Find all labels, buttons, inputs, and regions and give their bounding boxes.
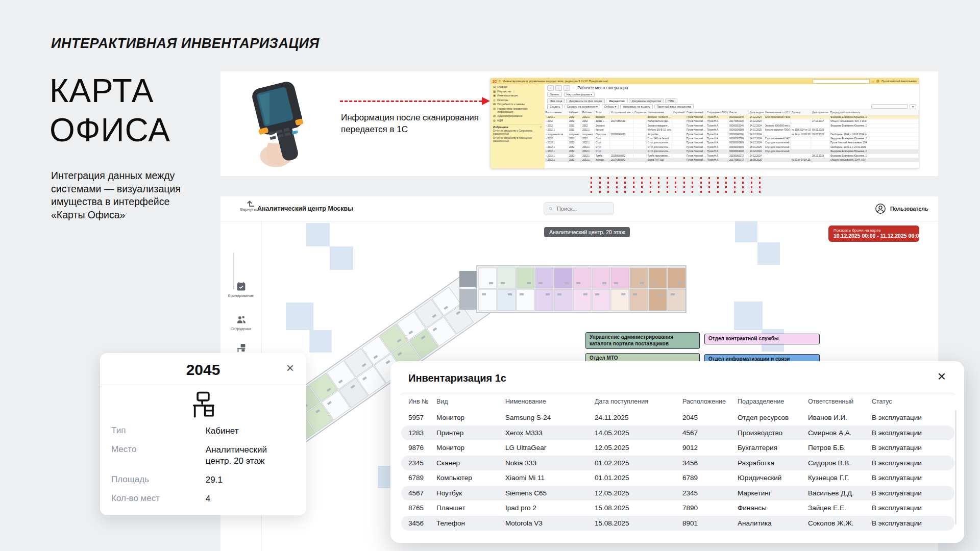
onec-sidebar-item[interactable]: ₩Потребности и заказы bbox=[493, 103, 545, 106]
inventory-table-row[interactable]: 8765ПланшетIpad pro 215.08.20257890Финан… bbox=[401, 500, 954, 516]
inventory-table-row[interactable]: 3456ТелефонMotorola V315.08.20258901Анал… bbox=[401, 516, 954, 531]
star-icon[interactable]: ☆ bbox=[572, 86, 575, 90]
inventory-column-header[interactable]: Инв № bbox=[408, 398, 436, 405]
onec-table-row[interactable]: ≡203220322032ЗеркалоЗеркало квадратн...П… bbox=[545, 124, 919, 128]
onec-table-row[interactable]: ≡2032.120322032.1БрифингБрифинг 70х60х75… bbox=[545, 115, 919, 119]
home-icon[interactable]: ⌂ bbox=[547, 85, 554, 91]
onec-table-cell: Стол приставной Размер 70... bbox=[764, 115, 791, 119]
inventory-table-row[interactable]: 2345СканерNokia 33301.02.20253456Разрабо… bbox=[401, 456, 954, 471]
row-marker-icon: ≡ bbox=[546, 116, 547, 118]
onec-menu-icon[interactable]: ≡ bbox=[499, 80, 501, 83]
onec-column-header[interactable]: Серийный н... bbox=[672, 110, 685, 115]
onec-tool-button[interactable]: Создать на основании ▾ bbox=[565, 104, 600, 109]
onec-sidebar-item[interactable]: ◍АЦМ bbox=[493, 119, 545, 122]
onec-table-row[interactable]: ≡2032.120322032.1Холоди...20174360072Sup… bbox=[545, 158, 919, 162]
onec-sidebar-item[interactable]: ▥Нормативно-справочная информация bbox=[493, 108, 545, 114]
inventory-column-header[interactable]: Вид bbox=[436, 398, 505, 405]
onec-table-row[interactable]: ≡2032.120322032.1СтулСтул для посетите..… bbox=[545, 145, 919, 149]
onec-column-header[interactable]: Дата принятия к учету bbox=[811, 110, 829, 115]
onec-tab[interactable]: ТМЦ bbox=[665, 98, 677, 103]
onec-table-row[interactable]: ≡2032.120322032.1КреслоМебель SU-B-10, с… bbox=[545, 128, 919, 132]
inventory-table-row[interactable]: 9876МониторLG UltraGear12.05.20259012Бух… bbox=[401, 440, 954, 456]
onec-tool-button[interactable]: Пакетный ввод имущества bbox=[654, 104, 694, 109]
onec-column-header[interactable]: Сокращенно ФИО (фамили... bbox=[706, 110, 728, 115]
onec-column-header[interactable]: Наименование bbox=[647, 110, 672, 115]
onec-column-header[interactable]: Исторический инв. № bbox=[610, 110, 633, 115]
inventory-table-row[interactable]: 4567НоутбукSiemens C6512.05.20252345Марк… bbox=[401, 486, 954, 501]
dashed-arrow bbox=[616, 177, 618, 195]
nav-back-icon[interactable]: ← bbox=[555, 85, 562, 91]
inventory-table-cell: 8765 bbox=[408, 500, 436, 516]
onec-sidebar-item[interactable]: ▨Администрирование bbox=[493, 115, 545, 118]
onec-table-cell: Пухов Н.А. bbox=[706, 145, 728, 149]
nav-forward-icon[interactable]: → bbox=[564, 85, 570, 91]
onec-search-options-button[interactable]: ▾ bbox=[910, 104, 916, 109]
onec-column-header[interactable]: Инв.№ bbox=[728, 110, 749, 115]
onec-column-header[interactable]: Старые инв... bbox=[633, 110, 647, 115]
onec-global-search-input[interactable] bbox=[813, 79, 870, 84]
inventory-table-row[interactable]: 1283ПринтерXerox M33314.05.20254567Произ… bbox=[401, 425, 954, 441]
onec-favorites-star-icon[interactable]: ☆ bbox=[872, 80, 874, 83]
onec-asset-table[interactable]: РасположениеКабинетРабочее ...Тип и ...И… bbox=[545, 110, 919, 168]
onec-tab[interactable]: Документы по физ лицам bbox=[566, 98, 605, 103]
onec-column-header[interactable]: Расположение bbox=[545, 110, 568, 115]
onec-sidebar-item[interactable]: ▣Инвентаризация bbox=[493, 94, 545, 97]
onec-table-cell bbox=[811, 124, 829, 128]
onec-tool-button[interactable]: Напрямую на выдачу bbox=[620, 104, 652, 109]
onec-column-header[interactable]: Рабочее ... bbox=[581, 110, 595, 115]
inventory-table[interactable]: Инв №ВидНименованиеДата поступленияРаспо… bbox=[401, 393, 954, 531]
onec-column-header[interactable]: Предыдущий пользователь bbox=[829, 110, 919, 115]
onec-column-header[interactable]: Наименование по 1С: Бюдж... bbox=[764, 110, 791, 115]
close-icon[interactable]: × bbox=[286, 361, 294, 374]
onec-column-header[interactable]: Ответственный bbox=[685, 110, 706, 115]
inventory-table-cell: 8901 bbox=[682, 516, 738, 531]
search-field[interactable] bbox=[544, 202, 614, 215]
onec-column-header[interactable]: Тип и ... bbox=[595, 110, 610, 115]
star-icon[interactable]: ☆ bbox=[540, 126, 542, 129]
onec-tool-button[interactable]: Создать bbox=[547, 104, 563, 109]
inventory-column-header[interactable]: Дата поступления bbox=[595, 398, 682, 405]
inventory-column-header[interactable]: Нименование bbox=[505, 398, 595, 405]
inventory-column-header[interactable]: Подразделение bbox=[738, 398, 808, 405]
inventory-table-row[interactable]: 6789КомпьютерXiaomi Mi 1101.01.20256789Ю… bbox=[401, 470, 954, 486]
legend-label[interactable]: Отдел контрактной службы bbox=[704, 334, 820, 344]
onec-column-header[interactable]: Кабинет bbox=[568, 110, 581, 115]
onec-favorite-link[interactable]: Отчет по имуществу у Сотрудника расширен… bbox=[493, 130, 540, 136]
onec-column-header[interactable]: Договор bbox=[791, 110, 811, 115]
search-input[interactable] bbox=[556, 205, 609, 212]
onec-favorite-link[interactable]: Отчет по имуществу в помещение расширенн… bbox=[493, 137, 540, 143]
legend-label[interactable]: Управление администрирования каталога по… bbox=[585, 332, 700, 349]
modal-scrollbar[interactable] bbox=[955, 410, 957, 524]
sidebar-item-employees[interactable]: Сотрудники bbox=[220, 314, 261, 331]
onec-action-button[interactable]: Отчеты bbox=[547, 92, 562, 97]
close-icon[interactable]: × bbox=[938, 369, 946, 384]
onec-sidebar-item[interactable]: ◎Осмотры bbox=[493, 99, 545, 102]
user-menu[interactable]: Пользователь bbox=[875, 203, 928, 214]
inventory-table-cell: Компьютер bbox=[436, 470, 505, 486]
onec-table-row[interactable]: ≡203220322032Диван + ...20174360130Набор… bbox=[545, 119, 919, 123]
onec-user-name[interactable]: Пухов Николай Анатольевич bbox=[881, 80, 917, 83]
onec-column-header[interactable]: Дата выдачи bbox=[749, 110, 764, 115]
inventory-column-header[interactable]: Ответственный bbox=[808, 398, 872, 405]
onec-quick-search-input[interactable] bbox=[871, 104, 908, 109]
inventory-column-header[interactable]: Статус bbox=[872, 398, 947, 405]
inventory-table-row[interactable]: 5957МониторSamsung S-2424.11.20252045Отд… bbox=[401, 410, 954, 425]
inventory-table-cell: Кузнецов Г.Г. bbox=[808, 470, 872, 486]
onec-table-row[interactable]: ≡получена в ла...получено...получено...О… bbox=[545, 133, 919, 137]
onec-tab[interactable]: Физ лица bbox=[547, 98, 565, 103]
onec-action-button[interactable]: Настройки формы ▾ bbox=[564, 92, 595, 97]
onec-table-cell: 24.12.2024 bbox=[749, 137, 764, 140]
onec-tool-button[interactable]: Отборы ▾ bbox=[602, 104, 619, 109]
booking-range-button[interactable]: Показать брони на карте 10.12.2025 00:00… bbox=[828, 226, 919, 242]
inventory-column-header[interactable]: Расположение bbox=[682, 398, 738, 405]
sidebar-item-booking[interactable]: Бронирование bbox=[220, 281, 261, 298]
onec-sidebar-item[interactable]: ▦Имущество bbox=[493, 90, 545, 93]
onec-table-cell: Пухов Николай ... bbox=[685, 141, 706, 144]
onec-table-row[interactable]: ≡203220322032СтолСтол 140 см белыйПухов … bbox=[545, 137, 919, 141]
onec-table-row[interactable]: ≡2032.120322032.1СтулСтул для посетите..… bbox=[545, 149, 919, 154]
onec-tab[interactable]: Документы имущества bbox=[629, 98, 664, 103]
onec-sidebar-item[interactable]: ▤Главное bbox=[493, 86, 545, 89]
onec-tab[interactable]: Имущество bbox=[606, 98, 627, 103]
onec-table-row[interactable]: ≡2032.120322032.1СтулСтул для посетите..… bbox=[545, 141, 919, 145]
onec-table-row[interactable]: ≡2032.120322032.1Тумба20190060072Тумба п… bbox=[545, 154, 919, 158]
